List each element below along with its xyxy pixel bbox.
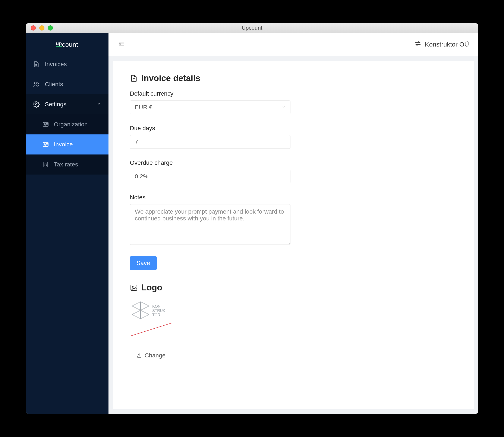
calculator-icon <box>42 161 49 168</box>
org-logo-preview: KON STRUK TOR <box>130 299 173 342</box>
sidebar-item-label: Clients <box>45 81 63 88</box>
sidebar-item-label: Invoices <box>45 61 67 68</box>
sidebar-item-label: Organization <box>54 121 88 128</box>
app-body: upcount Invoices Clients Settings <box>26 33 478 414</box>
gear-icon <box>33 101 40 108</box>
sidebar-item-label: Invoice <box>54 141 73 148</box>
page-title-text: Invoice details <box>141 73 200 83</box>
image-icon <box>130 284 138 292</box>
due-days-input[interactable] <box>135 139 286 145</box>
svg-point-4 <box>44 124 45 125</box>
field-notes: Notes <box>130 194 290 246</box>
svg-point-6 <box>44 144 45 145</box>
chevron-down-icon <box>282 105 286 110</box>
logo-line: TOR <box>152 313 160 317</box>
logo-suffix: count <box>62 41 78 48</box>
app-logo: upcount <box>26 33 108 54</box>
sidebar-item-label: Tax rates <box>54 161 78 168</box>
svg-line-11 <box>131 323 172 336</box>
sidebar-item-invoices[interactable]: Invoices <box>26 54 108 74</box>
app-window: Upcount upcount Invoices Clients <box>26 23 478 414</box>
sidebar-item-clients[interactable]: Clients <box>26 74 108 94</box>
overdue-input[interactable] <box>135 173 286 180</box>
sidebar-item-settings[interactable]: Settings <box>26 94 108 114</box>
svg-point-0 <box>34 82 36 84</box>
id-card-icon <box>42 121 49 128</box>
logo-heading: Logo <box>130 283 457 292</box>
chevron-up-icon <box>97 102 101 107</box>
save-button[interactable]: Save <box>130 256 157 270</box>
id-card-icon <box>42 141 49 148</box>
main-area: Konstruktor OÜ Invoice details Default c… <box>108 33 478 414</box>
svg-point-2 <box>35 103 37 105</box>
change-label: Change <box>144 352 165 359</box>
logo-heading-text: Logo <box>141 283 162 292</box>
upload-icon <box>136 353 142 358</box>
due-days-label: Due days <box>130 125 290 132</box>
logo-line: STRUK <box>152 308 165 313</box>
field-overdue: Overdue charge <box>130 159 290 183</box>
sidebar-subitem-organization[interactable]: Organization <box>26 114 108 134</box>
sidebar: upcount Invoices Clients Settings <box>26 33 108 414</box>
currency-value: EUR € <box>135 104 152 111</box>
field-currency: Default currency EUR € <box>130 90 290 114</box>
change-logo-button[interactable]: Change <box>130 349 172 362</box>
notes-label: Notes <box>130 194 290 201</box>
sidebar-subitem-invoice[interactable]: Invoice <box>26 134 108 155</box>
titlebar: Upcount <box>26 23 478 33</box>
settings-card: Invoice details Default currency EUR € D… <box>113 60 474 409</box>
sidebar-item-label: Settings <box>45 101 66 108</box>
due-days-input-wrap <box>130 135 290 149</box>
collapse-sidebar-button[interactable] <box>118 40 125 49</box>
logo-prefix: up <box>56 41 62 47</box>
org-name: Konstruktor OÜ <box>425 41 469 48</box>
sidebar-subitem-tax-rates[interactable]: Tax rates <box>26 155 108 175</box>
content-scroll[interactable]: Invoice details Default currency EUR € D… <box>108 56 478 414</box>
svg-rect-7 <box>44 162 48 167</box>
org-switcher[interactable]: Konstruktor OÜ <box>414 40 469 49</box>
logo-line: KON <box>152 304 161 308</box>
logo-section: Logo KON STRUK TOR <box>130 283 457 362</box>
svg-rect-3 <box>43 122 48 127</box>
svg-rect-5 <box>43 142 48 147</box>
swap-icon <box>414 40 422 49</box>
file-icon <box>130 74 138 82</box>
svg-point-9 <box>132 286 133 287</box>
file-icon <box>33 61 40 68</box>
topbar: Konstruktor OÜ <box>108 33 478 56</box>
settings-subnav: Organization Invoice Tax rates <box>26 114 108 175</box>
svg-point-1 <box>37 83 39 84</box>
users-icon <box>33 81 40 88</box>
overdue-input-wrap <box>130 170 290 183</box>
page-title: Invoice details <box>130 73 457 83</box>
field-due-days: Due days <box>130 125 290 149</box>
currency-select[interactable]: EUR € <box>130 100 290 114</box>
currency-label: Default currency <box>130 90 290 97</box>
overdue-label: Overdue charge <box>130 159 290 166</box>
window-title: Upcount <box>26 25 478 31</box>
notes-textarea[interactable] <box>130 204 290 245</box>
